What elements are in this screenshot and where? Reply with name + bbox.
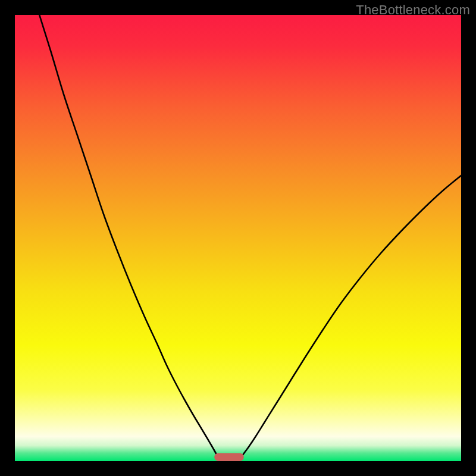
chart-plot-area — [15, 15, 461, 461]
bottom-marker — [214, 453, 244, 462]
chart-marker-group — [214, 453, 244, 462]
outer-frame: TheBottleneck.com — [0, 0, 476, 476]
watermark-text: TheBottleneck.com — [356, 2, 470, 18]
chart-svg — [15, 15, 461, 461]
